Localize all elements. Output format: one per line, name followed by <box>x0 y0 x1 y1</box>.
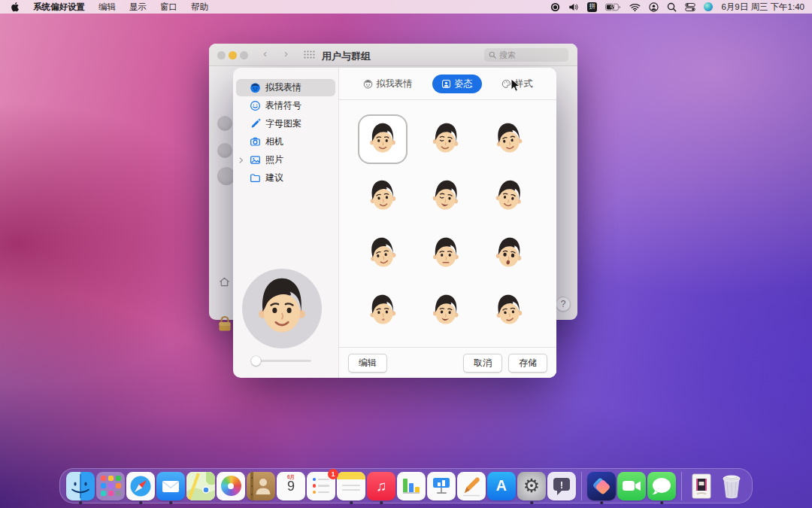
dock-keynote[interactable] <box>427 472 456 500</box>
save-button[interactable]: 存储 <box>508 354 547 373</box>
dock-trash[interactable] <box>717 472 746 500</box>
dock-divider <box>681 472 682 500</box>
dock-safari[interactable] <box>126 472 155 500</box>
tab-memoji[interactable]: 拟我表情 <box>362 75 414 93</box>
sidebar-item-label: 相机 <box>265 135 283 148</box>
screen-recording-stop-icon[interactable] <box>550 2 560 12</box>
minimize-button[interactable] <box>229 51 237 59</box>
dock-launchpad[interactable] <box>96 472 125 500</box>
dock-finder[interactable] <box>66 472 95 500</box>
sidebar-item-1[interactable]: 表情符号 <box>236 97 335 114</box>
dock-messages[interactable] <box>647 472 676 500</box>
window-titlebar: ‹ › 用户与群组 <box>209 44 577 66</box>
menubar-datetime[interactable]: 6月9日 周三 下午1:40 <box>721 2 804 13</box>
active-app-name[interactable]: 系统偏好设置 <box>33 2 85 13</box>
dock-calendar[interactable]: 6月9 <box>277 472 305 500</box>
sidebar-item-0[interactable]: 拟我表情 <box>236 79 335 96</box>
dock-contacts[interactable] <box>247 472 275 500</box>
contacts-icon <box>247 472 275 500</box>
picker-tabbar: 拟我表情姿态样式 <box>339 68 556 100</box>
dock-music[interactable]: ♫ <box>367 472 395 500</box>
menu-item-0[interactable]: 编辑 <box>98 2 116 13</box>
mail-icon <box>156 472 185 500</box>
menu-item-1[interactable]: 显示 <box>129 2 147 13</box>
photos-icon <box>217 472 245 500</box>
zoom-button[interactable] <box>240 51 248 59</box>
sidebar-item-4[interactable]: 照片 <box>236 151 335 169</box>
input-source-pinyin-icon[interactable]: 拼 <box>587 2 597 12</box>
dock-maps[interactable] <box>186 472 215 500</box>
back-button[interactable]: ‹ <box>263 47 267 59</box>
lock-icon[interactable] <box>217 315 233 335</box>
dock-feedback-assistant[interactable]: ! <box>547 472 576 500</box>
system-preferences-icon: ⚙ <box>517 472 546 500</box>
sidebar-item-5[interactable]: 建议 <box>236 169 335 187</box>
sidebar-item-2[interactable]: 字母图案 <box>236 115 335 132</box>
photos-icon <box>249 154 261 166</box>
memoji-pose-option-6[interactable] <box>486 173 532 220</box>
memoji-pose-option-3[interactable] <box>486 116 532 163</box>
show-all-grid-icon[interactable] <box>304 50 315 61</box>
memoji-pose-option-12[interactable] <box>486 287 532 334</box>
tab-pose[interactable]: 姿态 <box>432 75 482 93</box>
disclosure-chevron-icon[interactable] <box>238 157 244 163</box>
wifi-icon[interactable] <box>629 3 641 11</box>
memoji-tab-icon <box>363 79 373 89</box>
tinted-app-circle-icon[interactable] <box>704 2 713 11</box>
memoji-pose-option-5[interactable] <box>423 173 469 220</box>
dock-document[interactable] <box>687 472 716 500</box>
help-button[interactable]: ? <box>556 297 571 312</box>
dock-shortcuts[interactable] <box>587 472 616 500</box>
dock-notes[interactable] <box>337 472 365 500</box>
battery-charging-icon[interactable] <box>605 3 621 11</box>
forward-button[interactable]: › <box>284 47 288 59</box>
menu-item-3[interactable]: 帮助 <box>191 2 208 13</box>
close-button[interactable] <box>217 51 226 59</box>
avatar-face <box>249 275 315 343</box>
control-center-icon[interactable] <box>685 3 695 11</box>
avatar-zoom-slider[interactable] <box>253 360 311 362</box>
memoji-pose-option-1[interactable] <box>359 116 406 163</box>
sidebar-item-label: 建议 <box>265 172 283 184</box>
dock-app-store[interactable]: A <box>487 472 516 500</box>
memoji-pose-option-2[interactable] <box>423 116 469 163</box>
memoji-pose-option-7[interactable] <box>359 230 406 277</box>
cancel-button[interactable]: 取消 <box>463 354 502 373</box>
user-list-avatar <box>217 143 232 158</box>
dock-facetime[interactable] <box>617 472 646 500</box>
dock-mail[interactable] <box>156 472 185 500</box>
running-indicator <box>600 501 603 504</box>
emoji-icon <box>249 100 261 111</box>
calendar-icon: 6月9 <box>277 472 305 500</box>
dock-reminders[interactable]: 1 <box>307 472 335 500</box>
user-switch-icon[interactable] <box>649 2 659 12</box>
pose-tab-icon <box>441 79 451 89</box>
memoji-pose-option-8[interactable] <box>423 230 469 277</box>
pose-grid <box>359 116 532 334</box>
edit-button[interactable]: 编辑 <box>348 354 387 373</box>
search-input[interactable] <box>484 48 568 62</box>
memoji-pose-option-4[interactable] <box>359 173 406 220</box>
memoji-icon <box>249 82 261 93</box>
svg-text:!: ! <box>560 479 563 490</box>
pages-icon <box>457 472 486 500</box>
volume-icon[interactable] <box>568 2 579 12</box>
desktop: 系统偏好设置 编辑显示窗口帮助 拼 6月9日 周三 下午1:40 ‹ › 用户与… <box>0 0 812 508</box>
spotlight-search-icon[interactable] <box>667 2 677 12</box>
dock-photos[interactable] <box>217 472 245 500</box>
memoji-pose-option-11[interactable] <box>423 287 469 334</box>
memoji-pose-option-10[interactable] <box>359 287 406 334</box>
picker-main: 拟我表情姿态样式 编辑 取消 存储 <box>338 68 556 378</box>
dock-numbers[interactable] <box>397 472 426 500</box>
memoji-pose-option-9[interactable] <box>486 230 532 277</box>
sidebar-item-3[interactable]: 相机 <box>236 133 335 151</box>
apple-menu-icon[interactable] <box>11 2 20 12</box>
running-indicator <box>169 501 172 504</box>
launchpad-icon <box>96 472 125 500</box>
dock-system-preferences[interactable]: ⚙ <box>517 472 546 500</box>
running-indicator <box>530 501 533 504</box>
dock-pages[interactable] <box>457 472 486 500</box>
menu-item-2[interactable]: 窗口 <box>160 2 177 13</box>
suggestions-icon <box>249 172 261 184</box>
slider-knob[interactable] <box>251 356 261 366</box>
